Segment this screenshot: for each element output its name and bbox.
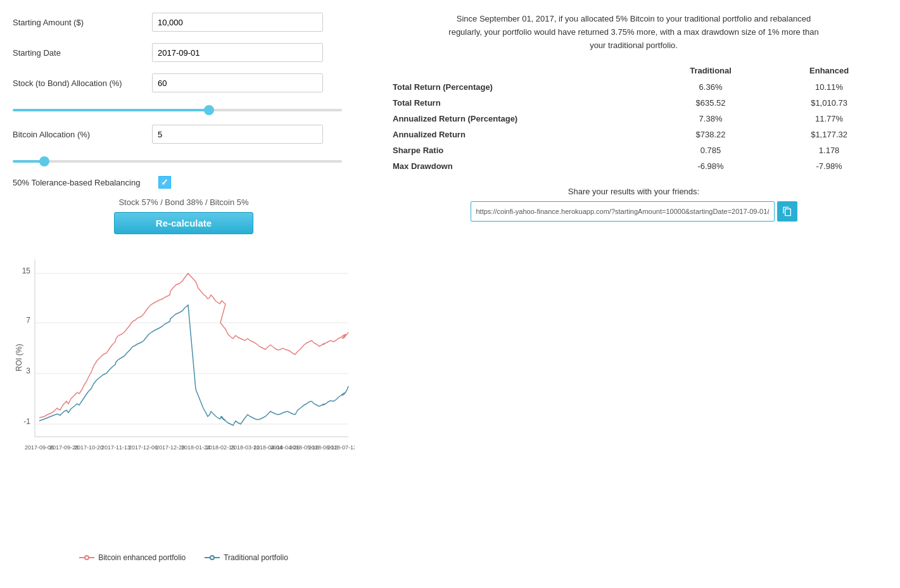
share-section: Share your results with your friends: xyxy=(380,187,887,222)
stock-bond-slider[interactable] xyxy=(13,109,342,111)
table-row: Total Return $635.52 $1,010.73 xyxy=(380,95,887,111)
table-row: Total Return (Percentage) 6.36% 10.11% xyxy=(380,79,887,95)
stock-slider-row xyxy=(13,104,355,113)
row-label: Max Drawdown xyxy=(380,158,650,174)
svg-text:7: 7 xyxy=(26,316,30,325)
row-traditional: $635.52 xyxy=(650,95,771,111)
stock-bond-row: Stock (to Bond) Allocation (%) xyxy=(13,73,355,92)
recalculate-button[interactable]: Re-calculate xyxy=(114,212,253,234)
bitcoin-slider-row xyxy=(13,155,355,165)
row-enhanced: 11.77% xyxy=(771,111,887,127)
row-traditional: 6.36% xyxy=(650,79,771,95)
row-enhanced: 10.11% xyxy=(771,79,887,95)
bitcoin-alloc-row: Bitcoin Allocation (%) xyxy=(13,125,355,144)
starting-amount-label: Starting Amount ($) xyxy=(13,18,152,27)
svg-text:-1: -1 xyxy=(23,417,30,426)
stock-bond-label: Stock (to Bond) Allocation (%) xyxy=(13,78,152,88)
table-row: Sharpe Ratio 0.785 1.178 xyxy=(380,142,887,158)
col-header-label xyxy=(380,62,650,79)
share-url-row xyxy=(380,201,887,222)
svg-text:2017-12-06: 2017-12-06 xyxy=(129,444,158,451)
svg-text:2017-11-13: 2017-11-13 xyxy=(101,444,130,451)
row-traditional: -6.98% xyxy=(650,158,771,174)
main-chart: 15 7 3 -1 ROI (%) 2017-09-06 2017-09-28 … xyxy=(13,247,355,551)
svg-text:15: 15 xyxy=(22,266,31,275)
bitcoin-slider[interactable] xyxy=(13,160,342,163)
row-traditional: $738.22 xyxy=(650,127,771,142)
copy-icon xyxy=(782,206,792,216)
table-row: Annualized Return (Percentage) 7.38% 11.… xyxy=(380,111,887,127)
allocation-text: Stock 57% / Bond 38% / Bitcoin 5% xyxy=(13,197,355,207)
bitcoin-alloc-label: Bitcoin Allocation (%) xyxy=(13,130,152,139)
col-header-enhanced: Enhanced xyxy=(771,62,887,79)
starting-date-row: Starting Date xyxy=(13,43,355,62)
col-header-traditional: Traditional xyxy=(650,62,771,79)
row-enhanced: $1,177.32 xyxy=(771,127,887,142)
left-panel: Starting Amount ($) Starting Date Stock … xyxy=(13,13,355,562)
row-traditional: 0.785 xyxy=(650,142,771,158)
chart-legend: Bitcoin enhanced portfolio Traditional p… xyxy=(13,553,355,562)
bitcoin-alloc-input[interactable] xyxy=(152,125,323,144)
traditional-legend-item: Traditional portfolio xyxy=(205,553,288,562)
stock-bond-input[interactable] xyxy=(152,73,323,92)
results-table: Traditional Enhanced Total Return (Perce… xyxy=(380,62,887,174)
row-label: Sharpe Ratio xyxy=(380,142,650,158)
share-label: Share your results with your friends: xyxy=(380,187,887,196)
row-label: Total Return (Percentage) xyxy=(380,79,650,95)
svg-text:ROI (%): ROI (%) xyxy=(15,344,23,371)
starting-date-input[interactable] xyxy=(152,43,323,62)
traditional-legend-label: Traditional portfolio xyxy=(224,553,288,562)
row-traditional: 7.38% xyxy=(650,111,771,127)
table-row: Annualized Return $738.22 $1,177.32 xyxy=(380,127,887,142)
rebalancing-row: 50% Tolerance-based Rebalancing xyxy=(13,176,355,189)
row-label: Annualized Return (Percentage) xyxy=(380,111,650,127)
svg-text:2018-07-13: 2018-07-13 xyxy=(327,444,355,451)
row-enhanced: 1.178 xyxy=(771,142,887,158)
row-label: Total Return xyxy=(380,95,650,111)
row-enhanced: -7.98% xyxy=(771,158,887,174)
bitcoin-legend-label: Bitcoin enhanced portfolio xyxy=(98,553,186,562)
svg-text:2017-10-20: 2017-10-20 xyxy=(74,444,103,451)
table-row: Max Drawdown -6.98% -7.98% xyxy=(380,158,887,174)
share-url-input[interactable] xyxy=(471,201,775,222)
svg-point-26 xyxy=(85,556,89,560)
row-enhanced: $1,010.73 xyxy=(771,95,887,111)
svg-point-28 xyxy=(210,556,214,560)
starting-date-label: Starting Date xyxy=(13,48,152,58)
chart-area: 15 7 3 -1 ROI (%) 2017-09-06 2017-09-28 … xyxy=(13,247,355,562)
bitcoin-legend-item: Bitcoin enhanced portfolio xyxy=(79,553,186,562)
rebalancing-label: 50% Tolerance-based Rebalancing xyxy=(13,178,152,187)
description-text: Since September 01, 2017, if you allocat… xyxy=(444,13,824,52)
starting-amount-row: Starting Amount ($) xyxy=(13,13,355,32)
copy-button[interactable] xyxy=(777,201,797,222)
right-panel: Since September 01, 2017, if you allocat… xyxy=(380,13,887,562)
svg-text:3: 3 xyxy=(26,366,30,375)
rebalancing-checkbox[interactable] xyxy=(158,176,171,189)
row-label: Annualized Return xyxy=(380,127,650,142)
starting-amount-input[interactable] xyxy=(152,13,323,32)
